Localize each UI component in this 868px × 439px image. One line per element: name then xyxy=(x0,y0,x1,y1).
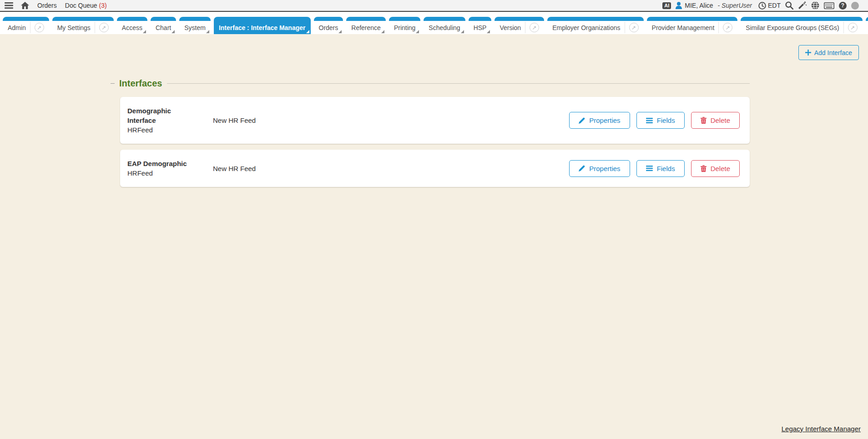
tab-label: Printing xyxy=(394,24,415,31)
tab-access[interactable]: Access xyxy=(117,17,147,34)
dropdown-indicator-icon xyxy=(416,30,419,33)
fields-label: Fields xyxy=(657,116,675,124)
delete-button[interactable]: Delete xyxy=(691,112,740,129)
search-icon[interactable] xyxy=(785,1,793,10)
tab-label: My Settings xyxy=(57,24,91,31)
clock-icon xyxy=(758,2,766,10)
tab-label: Version xyxy=(500,24,521,31)
properties-button[interactable]: Properties xyxy=(569,160,630,177)
legend-right-rule xyxy=(167,83,750,84)
trash-icon xyxy=(701,117,707,124)
interface-row: Demographic Interface HRFeed New HR Feed… xyxy=(120,97,750,144)
properties-label: Properties xyxy=(589,165,620,172)
add-interface-row: Add Interface xyxy=(0,45,868,60)
interface-name: EAP Demographic xyxy=(127,159,197,168)
popout-icon[interactable]: ↗ xyxy=(848,23,858,32)
legacy-interface-manager-link[interactable]: Legacy Interface Manager xyxy=(782,425,861,433)
tab-separator xyxy=(718,22,719,33)
wand-icon[interactable] xyxy=(798,1,807,10)
tab-reference[interactable]: Reference xyxy=(346,17,386,34)
tab-separator xyxy=(95,22,95,33)
tab-version[interactable]: Version ↗ xyxy=(495,17,544,34)
tab-label: Access xyxy=(122,24,142,31)
doc-queue-link[interactable]: Doc Queue (3) xyxy=(65,2,107,9)
orders-link[interactable]: Orders xyxy=(37,2,57,9)
list-icon xyxy=(646,166,653,171)
tab-scheduling[interactable]: Scheduling xyxy=(424,17,465,34)
doc-queue-label: Doc Queue xyxy=(65,2,97,9)
hamburger-menu-icon[interactable] xyxy=(5,2,13,9)
popout-icon[interactable]: ↗ xyxy=(35,23,44,32)
list-icon xyxy=(646,118,653,123)
interface-code: HRFeed xyxy=(127,125,197,135)
interface-description: New HR Feed xyxy=(213,165,569,172)
tab-system[interactable]: System xyxy=(179,17,211,34)
tab-label: Scheduling xyxy=(429,24,460,31)
home-icon[interactable] xyxy=(21,2,29,9)
top-bar: Orders Doc Queue (3) AI MIE, Alice - Sup… xyxy=(0,0,868,12)
user-role: - SuperUser xyxy=(718,2,752,9)
popout-icon[interactable]: ↗ xyxy=(530,23,539,32)
fields-button[interactable]: Fields xyxy=(636,112,685,129)
delete-label: Delete xyxy=(711,165,730,172)
pencil-icon xyxy=(579,117,585,124)
tab-label: Interface : Interface Manager xyxy=(219,24,306,31)
user-name: MIE, Alice xyxy=(685,2,713,9)
popout-icon[interactable]: ↗ xyxy=(99,23,109,32)
popout-icon[interactable]: ↗ xyxy=(629,23,639,32)
tab-interface-interface-manager[interactable]: Interface : Interface Manager xyxy=(214,17,311,34)
tab-label: HSP xyxy=(474,24,487,31)
tab-my-settings[interactable]: My Settings ↗ xyxy=(52,17,114,34)
tab-separator xyxy=(625,22,625,33)
row-actions: Properties Fields Delete xyxy=(569,112,740,129)
tab-chart[interactable]: Chart xyxy=(151,17,176,34)
topbar-right-cluster: AI MIE, Alice - SuperUser EDT ? xyxy=(662,1,859,10)
globe-icon[interactable] xyxy=(811,1,819,10)
keyboard-icon[interactable] xyxy=(824,2,834,9)
tab-separator xyxy=(843,22,844,33)
user-menu[interactable]: MIE, Alice - SuperUser xyxy=(676,2,752,9)
tab-work-locations[interactable]: Work Locat xyxy=(866,17,868,34)
add-interface-button[interactable]: Add Interface xyxy=(798,45,859,60)
tab-employer-organizations[interactable]: Employer Organizations ↗ xyxy=(547,17,643,34)
tab-provider-management[interactable]: Provider Management ↗ xyxy=(647,17,738,34)
delete-button[interactable]: Delete xyxy=(691,160,740,177)
tab-similar-exposure-groups[interactable]: Similar Exposure Groups (SEGs) ↗ xyxy=(741,17,862,34)
tab-orders[interactable]: Orders xyxy=(314,17,343,34)
user-icon xyxy=(676,2,682,9)
fields-button[interactable]: Fields xyxy=(636,160,685,177)
tab-label: Orders xyxy=(319,24,338,31)
dropdown-indicator-icon xyxy=(172,30,175,33)
tab-label: Provider Management xyxy=(652,24,715,31)
tab-label: Similar Exposure Groups (SEGs) xyxy=(746,24,839,31)
interfaces-legend: Interfaces xyxy=(111,78,750,89)
main-content: Add Interface Interfaces Demographic Int… xyxy=(0,34,868,438)
interface-name-block: EAP Demographic HRFeed xyxy=(127,159,197,178)
ai-badge[interactable]: AI xyxy=(662,2,671,9)
tab-hsp[interactable]: HSP xyxy=(469,17,492,34)
presence-icon[interactable] xyxy=(851,2,859,10)
dropdown-indicator-icon xyxy=(487,30,490,33)
dropdown-indicator-icon xyxy=(143,30,146,33)
trash-icon xyxy=(701,165,707,172)
add-interface-label: Add Interface xyxy=(814,49,852,56)
popout-icon[interactable]: ↗ xyxy=(723,23,732,32)
properties-label: Properties xyxy=(589,116,620,124)
row-actions: Properties Fields Delete xyxy=(569,160,740,177)
interface-code: HRFeed xyxy=(127,168,197,178)
timezone-selector[interactable]: EDT xyxy=(758,2,781,10)
fields-label: Fields xyxy=(657,165,675,172)
tab-label: Chart xyxy=(156,24,171,31)
plus-icon xyxy=(805,50,811,56)
doc-queue-count: (3) xyxy=(99,2,107,9)
dropdown-indicator-icon xyxy=(461,30,464,33)
properties-button[interactable]: Properties xyxy=(569,112,630,129)
help-icon[interactable]: ? xyxy=(839,2,847,10)
tab-printing[interactable]: Printing xyxy=(389,17,420,34)
tab-admin[interactable]: Admin ↗ xyxy=(3,17,49,34)
dropdown-indicator-icon xyxy=(381,30,384,33)
dropdown-indicator-icon xyxy=(338,30,342,33)
legend-left-rule xyxy=(111,83,115,84)
interface-description: New HR Feed xyxy=(213,116,569,124)
tab-separator xyxy=(525,22,525,33)
